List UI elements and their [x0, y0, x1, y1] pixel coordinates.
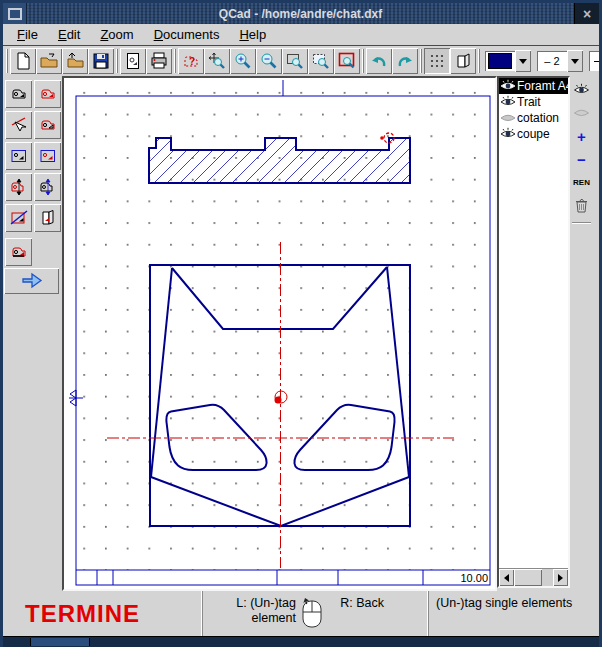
show-layer-button[interactable]: [571, 80, 592, 100]
add-layer-button[interactable]: +: [571, 126, 592, 146]
cad-drawing: 10.00: [64, 78, 495, 589]
untag-element-button[interactable]: [34, 111, 61, 139]
menu-file[interactable]: File: [7, 25, 48, 44]
menu-edit[interactable]: Edit: [48, 25, 90, 44]
layer-list-hscrollbar[interactable]: [499, 568, 568, 586]
color-combo[interactable]: [485, 50, 531, 72]
status-message: (Un-)tag single elements: [436, 596, 572, 610]
plus-icon: +: [577, 128, 586, 145]
zoom-selection-button[interactable]: [308, 48, 334, 74]
tag-window-button[interactable]: [5, 142, 32, 170]
zoom-in-button[interactable]: [230, 48, 256, 74]
line-style-combo[interactable]: [589, 50, 602, 72]
eye-closed-icon: [573, 106, 590, 120]
views-button[interactable]: [450, 48, 476, 74]
layer-row[interactable]: Trait: [499, 94, 568, 110]
snap-point-marker: [275, 397, 282, 404]
layer-name: cotation: [517, 111, 559, 125]
toolbar-separator: [420, 49, 422, 73]
redraw-icon: ?: [182, 52, 200, 70]
toolbar-separator: [116, 49, 118, 73]
redo-icon: [396, 52, 414, 70]
save-file-icon: [92, 52, 110, 70]
print-button[interactable]: [146, 48, 172, 74]
tag-elements-button[interactable]: [34, 80, 61, 108]
import-file-icon: [66, 52, 84, 70]
svg-text:?: ?: [189, 56, 195, 67]
drawing-canvas[interactable]: 10.00: [62, 76, 497, 591]
zoom-previous-button[interactable]: [334, 48, 360, 74]
zoom-auto-button[interactable]: [204, 48, 230, 74]
color-dropdown-button[interactable]: [515, 50, 531, 72]
status-action-panel: TERMINE: [3, 591, 202, 637]
main-toolbar: ?: [3, 46, 599, 76]
delete-layer-button[interactable]: [571, 195, 592, 215]
scrollbar-thumb[interactable]: [514, 569, 542, 586]
menu-help[interactable]: Help: [229, 25, 276, 44]
invert-tags-button[interactable]: [5, 238, 32, 266]
layer-panel: Foramt A4 Trait cotation coupe: [497, 76, 570, 588]
rename-label: REN: [573, 178, 590, 187]
save-file-button[interactable]: [88, 48, 114, 74]
layer-list: Foramt A4 Trait cotation coupe: [499, 78, 568, 568]
undo-icon: [370, 52, 388, 70]
eye-icon: [500, 127, 516, 141]
window-menu-button[interactable]: [3, 3, 27, 24]
grid-toggle-icon: [428, 52, 446, 70]
remove-layer-button[interactable]: −: [571, 149, 592, 169]
untag-range-button[interactable]: [34, 173, 61, 201]
layer-row[interactable]: cotation: [499, 110, 568, 126]
line-style-sample: [594, 61, 602, 62]
width-dropdown-button[interactable]: [567, 50, 583, 72]
grid-toggle-button[interactable]: [424, 48, 450, 74]
minus-icon: −: [577, 151, 586, 168]
rename-layer-button[interactable]: REN: [571, 172, 592, 192]
import-file-button[interactable]: [62, 48, 88, 74]
scrollbar-track[interactable]: [542, 569, 553, 586]
redo-button[interactable]: [392, 48, 418, 74]
menu-documents[interactable]: Documents: [144, 25, 230, 44]
grid-spacing-label: 10.00: [460, 572, 488, 584]
untag-intersected-button[interactable]: [5, 204, 32, 232]
toolbar-handle[interactable]: [6, 49, 8, 73]
deselect-pointer-button[interactable]: [5, 111, 32, 139]
chevron-down-icon: [519, 59, 527, 64]
resize-handle[interactable]: [30, 638, 90, 646]
undo-button[interactable]: [366, 48, 392, 74]
print-preview-icon: [124, 52, 142, 70]
arrow-right-icon: [558, 574, 563, 582]
title-bar[interactable]: QCad - /home/andre/chat.dxf ×: [3, 3, 599, 24]
zoom-out-button[interactable]: [256, 48, 282, 74]
close-button[interactable]: ×: [574, 3, 599, 24]
deselect-pointer-icon: [10, 116, 28, 134]
hide-layer-button[interactable]: [571, 103, 592, 123]
line-width-combo[interactable]: – 2: [537, 50, 583, 72]
tag-layer-button[interactable]: [34, 204, 61, 232]
chevron-down-icon: [571, 59, 579, 64]
status-message-panel: (Un-)tag single elements: [428, 591, 599, 637]
toolbar-separator: [362, 49, 364, 73]
open-file-icon: [40, 52, 58, 70]
open-file-button[interactable]: [36, 48, 62, 74]
layer-row[interactable]: coupe: [499, 126, 568, 142]
zoom-window-button[interactable]: [282, 48, 308, 74]
redraw-button[interactable]: ?: [178, 48, 204, 74]
untag-window-button[interactable]: [34, 142, 61, 170]
scroll-left-button[interactable]: [499, 569, 514, 586]
new-file-button[interactable]: [10, 48, 36, 74]
layer-name: Foramt A4: [517, 79, 568, 93]
layer-row[interactable]: Foramt A4: [499, 78, 568, 94]
divider: [572, 222, 591, 224]
menu-zoom[interactable]: Zoom: [90, 25, 143, 44]
print-preview-button[interactable]: [120, 48, 146, 74]
tag-element-button[interactable]: [5, 80, 32, 108]
current-color-swatch: [488, 53, 512, 69]
left-mouse-hint: L: (Un-)tag element: [236, 596, 296, 626]
invert-tags-icon: [10, 243, 28, 261]
tag-range-button[interactable]: [5, 173, 32, 201]
toolbar-separator: [174, 49, 176, 73]
scroll-right-button[interactable]: [553, 569, 568, 586]
continue-button[interactable]: [4, 268, 59, 294]
tag-tool-palette: [3, 76, 62, 591]
tag-element-icon: [10, 85, 28, 103]
